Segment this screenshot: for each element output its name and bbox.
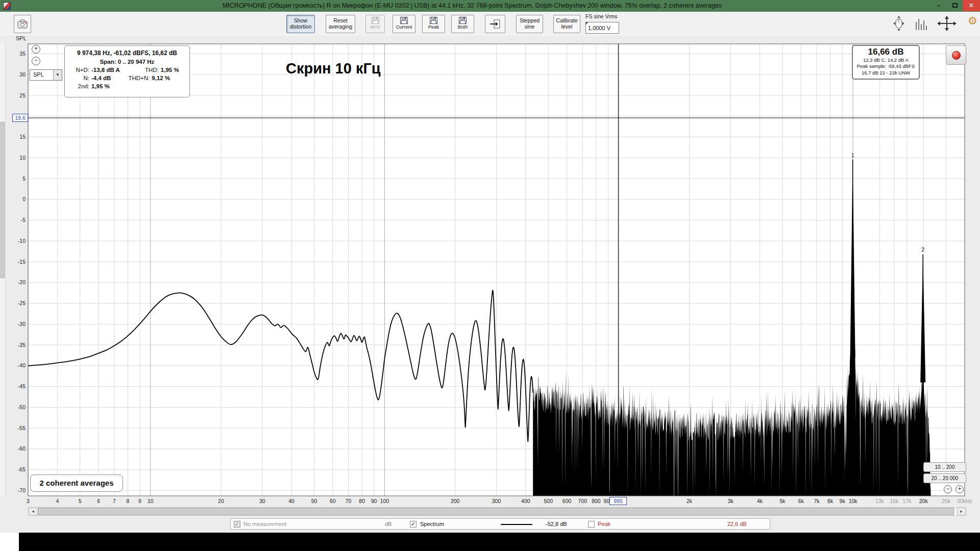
svg-text:600: 600 bbox=[562, 498, 572, 504]
no-measurement-label: No measurement bbox=[243, 521, 286, 527]
svg-text:90: 90 bbox=[371, 498, 377, 504]
svg-text:20: 20 bbox=[218, 498, 224, 504]
range-20-20000-button[interactable]: 20 .. 20 000 bbox=[923, 473, 966, 483]
svg-text:5: 5 bbox=[79, 498, 82, 504]
svg-text:7: 7 bbox=[113, 498, 116, 504]
x-zoom-in-button[interactable]: + bbox=[955, 485, 964, 493]
second-harmonic-label: 2nd: bbox=[69, 83, 89, 89]
svg-text:5k: 5k bbox=[779, 498, 786, 504]
svg-text:9k: 9k bbox=[840, 498, 846, 504]
spl-scale-dropdown[interactable]: SPL ▼ bbox=[30, 69, 62, 81]
floppy-disk-icon bbox=[372, 17, 379, 24]
save-wav-button[interactable]: WAV bbox=[365, 15, 385, 33]
thdn-value: 9,12 % bbox=[152, 75, 170, 81]
calibrate-level-button[interactable]: Calibrate level bbox=[553, 15, 580, 33]
nd-label: N+D: bbox=[69, 67, 89, 73]
svg-text:5: 5 bbox=[22, 176, 26, 182]
maximize-button[interactable] bbox=[947, 0, 963, 11]
svg-text:-35: -35 bbox=[18, 342, 26, 348]
record-button[interactable] bbox=[946, 45, 966, 65]
close-button[interactable]: ✕ bbox=[963, 0, 980, 11]
svg-text:-15: -15 bbox=[18, 259, 26, 265]
save-peak-button[interactable]: Peak bbox=[422, 15, 445, 33]
cursor-readout: 9 974,38 Hz, -61,02 dBFS, 16,62 dB bbox=[69, 49, 185, 57]
minimize-button[interactable]: – bbox=[931, 0, 946, 11]
vertical-scrollbar-thumb[interactable] bbox=[1, 122, 5, 278]
nd-value: -13,8 dB A bbox=[91, 67, 120, 73]
zoom-out-button[interactable]: − bbox=[32, 57, 40, 65]
svg-text:-10: -10 bbox=[18, 238, 26, 244]
vertical-scrollbar[interactable] bbox=[0, 44, 6, 496]
spectrum-label: Spectrum bbox=[420, 521, 444, 527]
level-meter-box: 16,66 dB 12,3 dB C, 14,2 dB A Peak sampl… bbox=[852, 45, 920, 80]
averages-badge: 2 coherent averages bbox=[30, 474, 123, 492]
svg-text:40: 40 bbox=[288, 498, 295, 504]
svg-text:25: 25 bbox=[19, 92, 26, 98]
stepped-sine-button[interactable]: Stepped sine bbox=[516, 15, 543, 33]
svg-text:2k: 2k bbox=[687, 498, 693, 504]
svg-text:8: 8 bbox=[126, 498, 129, 504]
svg-text:2: 2 bbox=[921, 246, 924, 253]
scroll-right-arrow[interactable]: ► bbox=[957, 508, 966, 515]
second-harmonic-value: 1,95 % bbox=[91, 83, 110, 89]
svg-text:200: 200 bbox=[451, 498, 460, 504]
svg-text:1: 1 bbox=[851, 152, 854, 158]
export-icon bbox=[489, 19, 501, 29]
peak-sample-value: Peak sample: -59,43 dBFS bbox=[853, 63, 919, 69]
peak-level-value: 22,6 dB bbox=[727, 521, 747, 527]
spectrum-checkbox[interactable]: ✓ bbox=[410, 521, 416, 528]
save-both-button[interactable]: Both bbox=[451, 15, 474, 33]
peak-checkbox[interactable] bbox=[588, 521, 595, 528]
svg-text:4: 4 bbox=[56, 498, 59, 504]
zoom-in-button[interactable]: + bbox=[32, 45, 40, 54]
check-icon: ✓ bbox=[235, 521, 239, 527]
fs-sine-vrms-input[interactable] bbox=[585, 22, 619, 34]
readout-row: 2nd:1,95 % bbox=[69, 83, 185, 89]
svg-text:-40: -40 bbox=[18, 362, 26, 368]
export-signal-button[interactable] bbox=[485, 15, 505, 33]
svg-text:30kHz: 30kHz bbox=[957, 498, 972, 504]
svg-text:20k: 20k bbox=[919, 498, 928, 504]
x-zoom-out-button[interactable]: − bbox=[944, 485, 952, 493]
save-peak-label: Peak bbox=[428, 24, 439, 30]
pan-zoom-arrows-icon[interactable] bbox=[937, 16, 957, 31]
save-current-label: Current bbox=[396, 24, 412, 30]
no-measurement-checkbox[interactable]: ✓ bbox=[234, 521, 240, 528]
horizontal-scrollbar[interactable]: ◄ ► bbox=[28, 507, 966, 516]
svg-text:-5: -5 bbox=[21, 217, 26, 223]
reset-averaging-button[interactable]: Reset averaging bbox=[326, 15, 355, 33]
mouse-zoom-icon[interactable] bbox=[890, 16, 908, 31]
svg-text:60: 60 bbox=[330, 498, 336, 504]
show-distortion-button[interactable]: Show distortion bbox=[286, 15, 315, 33]
peak-label: Peak bbox=[598, 521, 610, 527]
svg-text:9: 9 bbox=[138, 498, 141, 504]
save-current-button[interactable]: Current bbox=[393, 15, 415, 33]
svg-text:0: 0 bbox=[22, 196, 26, 202]
svg-text:15: 15 bbox=[19, 134, 26, 140]
floppy-disk-icon bbox=[400, 17, 408, 24]
svg-text:400: 400 bbox=[521, 498, 530, 504]
svg-text:35: 35 bbox=[19, 51, 26, 57]
snapshot-button[interactable] bbox=[14, 15, 31, 33]
x-cursor-label[interactable]: 995 bbox=[609, 497, 627, 505]
svg-text:-55: -55 bbox=[18, 425, 26, 431]
spectrum-bars-icon[interactable] bbox=[915, 17, 929, 30]
settings-gear-icon[interactable]: ⚙ bbox=[968, 15, 977, 27]
svg-text:8k: 8k bbox=[827, 498, 834, 504]
scroll-left-arrow[interactable]: ◄ bbox=[29, 508, 37, 515]
bottom-corner-square bbox=[0, 533, 19, 551]
dropdown-arrow-icon[interactable]: ▼ bbox=[53, 70, 62, 80]
y-cursor-label[interactable]: 19,6 bbox=[12, 114, 28, 122]
horizontal-scrollbar-thumb[interactable] bbox=[38, 508, 954, 515]
range-10-200-button[interactable]: 10 .. 200 bbox=[923, 462, 966, 472]
svg-text:300: 300 bbox=[492, 498, 501, 504]
maximize-icon bbox=[952, 3, 958, 8]
bottom-black-bar bbox=[0, 533, 980, 551]
title-bar: MICROPHONE (Общая громкость) R on Микроф… bbox=[0, 0, 980, 12]
svg-text:500: 500 bbox=[544, 498, 553, 504]
svg-text:-45: -45 bbox=[18, 383, 26, 389]
record-icon bbox=[952, 51, 961, 60]
check-icon: ✓ bbox=[411, 521, 415, 527]
db-unit-label: dB bbox=[385, 521, 391, 527]
fs-sine-vrms-label: FS sine Vrms bbox=[585, 13, 618, 19]
